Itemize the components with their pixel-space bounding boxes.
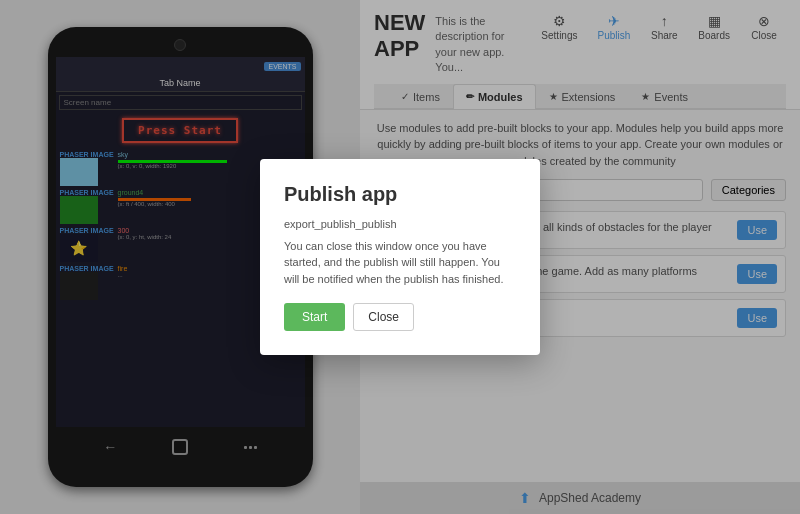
- modal-start-button[interactable]: Start: [284, 303, 345, 331]
- modal-overlay[interactable]: Publish app export_publish_publish You c…: [0, 0, 800, 514]
- modal-export-key: export_publish_publish: [284, 218, 516, 230]
- modal-description: You can close this window once you have …: [284, 238, 516, 288]
- modal-title: Publish app: [284, 183, 516, 206]
- modal-buttons: Start Close: [284, 303, 516, 331]
- publish-modal: Publish app export_publish_publish You c…: [260, 159, 540, 356]
- modal-close-button[interactable]: Close: [353, 303, 414, 331]
- app-container: EVENTS Tab Name Screen name Press Start …: [0, 0, 800, 514]
